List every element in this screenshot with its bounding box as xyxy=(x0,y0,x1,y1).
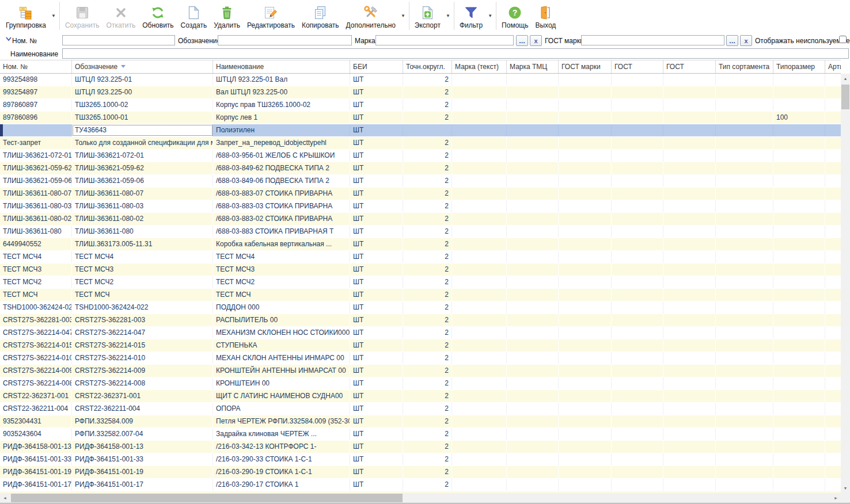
grid-cell-oboz[interactable]: ТЛИШ-363621-072-01 xyxy=(72,150,213,162)
grid-cell-tip_sort[interactable] xyxy=(716,314,773,326)
grid-cell-gost2[interactable] xyxy=(663,479,716,491)
grid-cell-gost_marki[interactable] xyxy=(559,352,612,364)
grid-cell-artikul[interactable] xyxy=(825,175,841,187)
grid-cell-gost1[interactable] xyxy=(612,200,663,212)
grid-row[interactable]: CRST27S-362214-010CRST27S-362214-010МЕХА… xyxy=(0,352,841,365)
grid-cell-nom[interactable]: CRST27S-362214-008 xyxy=(0,377,72,390)
grid-cell-marka_tmc[interactable] xyxy=(507,453,559,465)
grid-cell-tiporazmer[interactable] xyxy=(773,415,825,427)
grid-cell-bei[interactable]: ШТ xyxy=(350,301,403,314)
grid-cell-bei[interactable]: ШТ xyxy=(350,99,403,111)
grid-cell-oboz[interactable]: ТЕСТ МСЧ xyxy=(72,289,213,301)
grid-cell-okr[interactable] xyxy=(403,124,452,136)
grid-cell-okr[interactable]: 2 xyxy=(403,200,452,212)
grid-cell-artikul[interactable] xyxy=(825,415,841,427)
grid-cell-gost2[interactable] xyxy=(663,415,716,427)
grouping-button[interactable]: Группировка xyxy=(2,0,50,32)
grid-cell-artikul[interactable] xyxy=(825,251,841,263)
grid-cell-tip_sort[interactable] xyxy=(716,479,773,491)
grid-cell-gost_marki[interactable] xyxy=(559,99,612,111)
grid-cell-okr[interactable]: 2 xyxy=(403,188,452,200)
grid-cell-artikul[interactable] xyxy=(825,150,841,162)
grid-cell-oboz[interactable]: ТЕСТ МСЧ2 xyxy=(72,276,213,288)
grid-cell-gost1[interactable] xyxy=(612,74,663,86)
grid-cell-tip_sort[interactable] xyxy=(716,213,773,225)
grid-cell-bei[interactable]: ШТ xyxy=(350,453,403,465)
grid-cell-artikul[interactable] xyxy=(825,124,841,136)
grid-cell-tiporazmer[interactable] xyxy=(773,99,825,111)
grid-cell-marka_text[interactable] xyxy=(452,238,507,250)
edit-button[interactable]: Редактировать xyxy=(244,0,298,32)
grid-cell-marka_text[interactable] xyxy=(452,339,507,352)
grid-cell-nom[interactable]: 9352304431 xyxy=(0,415,72,427)
grid-cell-okr[interactable]: 2 xyxy=(403,327,452,339)
grid-cell-name[interactable]: ЩИТ С ЛАТИНС НАИМЕНОВ СУДНА00 xyxy=(213,390,350,402)
grid-cell-marka_tmc[interactable] xyxy=(507,428,559,440)
grid-cell-bei[interactable]: ШТ xyxy=(350,276,403,288)
grid-cell-gost2[interactable] xyxy=(663,441,716,453)
grid-cell-tiporazmer[interactable] xyxy=(773,226,825,238)
grid-cell-artikul[interactable] xyxy=(825,466,841,478)
grid-cell-gost2[interactable] xyxy=(663,124,716,136)
grid-cell-oboz[interactable]: ТУ436643 xyxy=(72,124,213,136)
grid-cell-bei[interactable]: ШТ xyxy=(350,137,403,149)
grid-cell-tiporazmer[interactable] xyxy=(773,479,825,491)
grid-cell-marka_text[interactable] xyxy=(452,150,507,162)
grid-cell-nom[interactable]: 6449940552 xyxy=(0,238,72,250)
grid-cell-bei[interactable]: ШТ xyxy=(350,226,403,238)
grid-cell-marka_text[interactable] xyxy=(452,251,507,263)
grid-cell-gost2[interactable] xyxy=(663,175,716,187)
grid-cell-bei[interactable]: ШТ xyxy=(350,213,403,225)
grid-cell-artikul[interactable] xyxy=(825,188,841,200)
grid-cell-gost1[interactable] xyxy=(612,428,663,440)
grid-cell-marka_text[interactable] xyxy=(452,377,507,390)
grid-cell-okr[interactable]: 2 xyxy=(403,390,452,402)
grid-cell-tip_sort[interactable] xyxy=(716,415,773,427)
collapse-filter-chevron-icon[interactable] xyxy=(5,36,13,44)
grid-cell-artikul[interactable] xyxy=(825,226,841,238)
grid-cell-tip_sort[interactable] xyxy=(716,112,773,124)
grid-cell-marka_text[interactable] xyxy=(452,112,507,124)
grid-cell-gost_marki[interactable] xyxy=(559,226,612,238)
grid-cell-gost1[interactable] xyxy=(612,213,663,225)
grid-row[interactable]: 9352304431РФПИ.332584.009Петля ЧЕРТЕЖ РФ… xyxy=(0,415,841,428)
grid-cell-gost_marki[interactable] xyxy=(559,327,612,339)
grid-cell-artikul[interactable] xyxy=(825,112,841,124)
grid-cell-marka_text[interactable] xyxy=(452,137,507,149)
grid-cell-gost_marki[interactable] xyxy=(559,301,612,314)
grid-row[interactable]: CRST27S-362214-047CRST27S-362214-047МЕХА… xyxy=(0,327,841,339)
grid-cell-nom[interactable]: CRST27S-362214-047 xyxy=(0,327,72,339)
grid-cell-nom[interactable]: ТЛИШ-363611-080-02 xyxy=(0,213,72,225)
grid-cell-oboz[interactable]: ТШ3265.1000-01 xyxy=(72,112,213,124)
grid-cell-gost_marki[interactable] xyxy=(559,150,612,162)
grid-cell-nom[interactable]: РИДФ-364151-001-19 xyxy=(0,466,72,478)
grid-cell-marka_tmc[interactable] xyxy=(507,365,559,377)
grid-cell-oboz[interactable]: ТЛИШ-363611-080-02 xyxy=(72,213,213,225)
grid-cell-bei[interactable]: ШТ xyxy=(350,314,403,326)
grid-cell-gost2[interactable] xyxy=(663,137,716,149)
grid-cell-gost1[interactable] xyxy=(612,352,663,364)
show-unused-checkbox[interactable] xyxy=(839,36,847,43)
grid-cell-bei[interactable]: ШТ xyxy=(350,352,403,364)
grid-cell-name[interactable]: ОПОРА xyxy=(213,403,350,415)
grid-cell-gost1[interactable] xyxy=(612,289,663,301)
grid-cell-tiporazmer[interactable] xyxy=(773,403,825,415)
grid-cell-name[interactable]: Корпус прав ТШ3265.1000-02 xyxy=(213,99,350,111)
vertical-scroll-thumb[interactable] xyxy=(841,85,849,109)
gost-filter-input[interactable] xyxy=(581,35,724,45)
grid-cell-marka_text[interactable] xyxy=(452,175,507,187)
grid-cell-gost1[interactable] xyxy=(612,327,663,339)
grid-row[interactable]: ТЛИШ-363611-080ТЛИШ-363611-080/688-03-88… xyxy=(0,226,841,238)
grid-cell-marka_tmc[interactable] xyxy=(507,251,559,263)
grid-cell-tip_sort[interactable] xyxy=(716,390,773,402)
grid-cell-marka_tmc[interactable] xyxy=(507,466,559,478)
grid-row[interactable]: 897860897ТШ3265.1000-02Корпус прав ТШ326… xyxy=(0,99,841,112)
grid-cell-nom[interactable]: ТЕСТ МСЧ4 xyxy=(0,251,72,263)
grid-cell-oboz[interactable]: РИДФ-364151-001-19 xyxy=(72,466,213,478)
grid-row[interactable]: ТЛИШ-363611-080-07ТЛИШ-363611-080-07/688… xyxy=(0,188,841,200)
grid-cell-artikul[interactable] xyxy=(825,162,841,174)
grid-cell-nom[interactable]: CRST22-362211-004 xyxy=(0,403,72,415)
grid-cell-tip_sort[interactable] xyxy=(716,188,773,200)
column-header-gost2[interactable]: ГОСТ xyxy=(663,60,716,73)
grid-cell-tip_sort[interactable] xyxy=(716,200,773,212)
